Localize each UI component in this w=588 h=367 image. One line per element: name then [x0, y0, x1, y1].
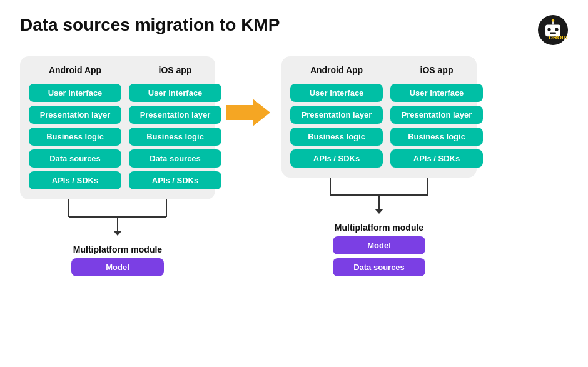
left-module-chip-model: Model	[71, 258, 164, 276]
right-connector	[281, 178, 477, 215]
svg-point-3	[555, 28, 558, 31]
right-col2-header: iOS app	[420, 65, 454, 75]
logo: DROIDS	[538, 15, 568, 45]
left-col2-chip-1: Presentation layer	[129, 106, 221, 124]
right-module-chip-model: Model	[333, 236, 425, 254]
migration-arrow	[226, 94, 270, 134]
right-module-label: Multiplatform module	[335, 223, 423, 233]
left-col1-chip-0: User interface	[29, 84, 121, 102]
right-diagram: Android App User interface Presentation …	[281, 56, 477, 276]
left-col1-chip-2: Business logic	[29, 128, 121, 146]
svg-marker-18	[375, 209, 383, 214]
left-connector	[20, 199, 215, 237]
arrow-icon	[226, 94, 270, 131]
left-col2-chip-4: APIs / SDKs	[129, 171, 221, 189]
right-col2-chip-2: Business logic	[390, 128, 483, 146]
left-module-label: Multiplatform module	[73, 244, 162, 254]
header: Data sources migration to KMP DROIDS	[20, 15, 568, 45]
svg-point-6	[552, 19, 554, 21]
left-col1-chip-1: Presentation layer	[29, 106, 121, 124]
right-module-section: Multiplatform module Model Data sources	[333, 221, 425, 276]
right-col1-header: Android App	[310, 65, 363, 75]
left-col2-chip-0: User interface	[129, 84, 221, 102]
right-module-chip-datasources: Data sources	[333, 258, 425, 276]
left-diagram-box: Android App User interface Presentation …	[20, 56, 215, 199]
svg-marker-13	[226, 99, 270, 126]
page-title: Data sources migration to KMP	[20, 15, 280, 35]
right-col1-chip-0: User interface	[290, 84, 383, 102]
left-col1-header: Android App	[49, 65, 101, 75]
main-content: Android App User interface Presentation …	[20, 56, 568, 352]
right-col1: Android App User interface Presentation …	[290, 65, 383, 168]
left-connector-svg	[20, 199, 215, 237]
droids-on-roids-logo: DROIDS	[538, 15, 568, 45]
left-col1-chip-3: Data sources	[29, 149, 121, 168]
svg-point-2	[547, 28, 550, 31]
left-col1: Android App User interface Presentation …	[29, 65, 121, 189]
right-connector-svg	[281, 178, 477, 215]
left-col2-header: iOS app	[159, 65, 192, 75]
left-diagram: Android App User interface Presentation …	[20, 56, 215, 276]
left-module-section: Multiplatform module Model	[71, 243, 164, 276]
right-col1-chip-1: Presentation layer	[290, 106, 383, 124]
right-col1-chip-3: APIs / SDKs	[290, 149, 383, 168]
left-col2-chip-3: Data sources	[129, 149, 221, 168]
left-col2-chip-2: Business logic	[129, 128, 221, 146]
left-col1-chip-4: APIs / SDKs	[29, 171, 121, 189]
migration-arrow-container	[215, 94, 281, 134]
right-diagram-box: Android App User interface Presentation …	[281, 56, 477, 178]
right-col2: iOS app User interface Presentation laye…	[390, 65, 483, 168]
left-columns: Android App User interface Presentation …	[29, 65, 206, 189]
svg-text:DROIDS: DROIDS	[549, 34, 568, 41]
left-col2: iOS app User interface Presentation laye…	[129, 65, 221, 189]
right-col2-chip-0: User interface	[390, 84, 483, 102]
svg-marker-12	[113, 231, 122, 236]
right-col2-chip-1: Presentation layer	[390, 106, 483, 124]
right-col1-chip-2: Business logic	[290, 128, 383, 146]
right-col2-chip-3: APIs / SDKs	[390, 149, 483, 168]
right-columns: Android App User interface Presentation …	[290, 65, 468, 168]
